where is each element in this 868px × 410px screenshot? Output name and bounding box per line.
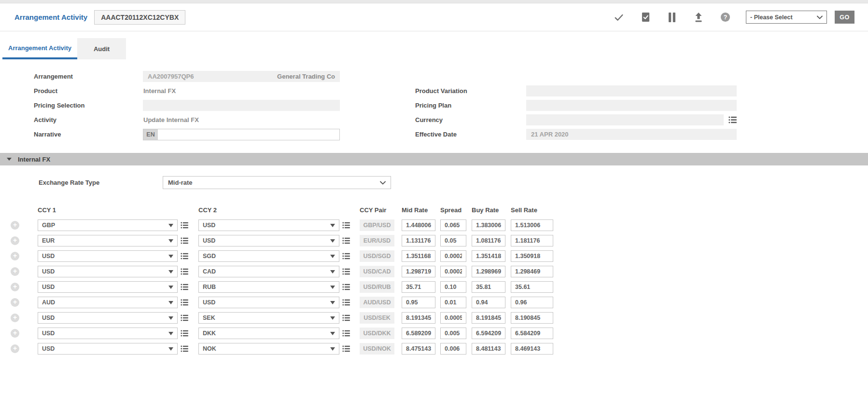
add-row-icon[interactable]: + <box>11 283 19 291</box>
sell-rate-input[interactable] <box>511 235 553 246</box>
ccy1-select[interactable]: USD <box>38 281 178 293</box>
sell-rate-input[interactable] <box>511 250 553 262</box>
sign-off-document-icon[interactable] <box>640 12 651 23</box>
ccy2-lookup-list-icon[interactable] <box>342 330 350 337</box>
spread-input[interactable] <box>440 281 466 293</box>
commit-check-icon[interactable] <box>613 12 625 23</box>
upload-icon[interactable] <box>693 12 704 23</box>
mid-rate-input[interactable] <box>402 250 435 262</box>
buy-rate-input[interactable] <box>472 219 505 231</box>
ccy1-lookup-list-icon[interactable] <box>181 314 188 321</box>
ccy2-lookup-list-icon[interactable] <box>342 299 350 306</box>
add-row-icon[interactable]: + <box>11 252 19 260</box>
ccy2-select[interactable]: USD <box>198 235 339 246</box>
mid-rate-input[interactable] <box>402 266 435 277</box>
ccy2-select[interactable]: NOK <box>198 343 339 355</box>
mid-rate-input[interactable] <box>402 312 435 324</box>
spread-input[interactable] <box>440 297 466 308</box>
ccy1-lookup-list-icon[interactable] <box>181 222 188 229</box>
exchange-rate-type-select[interactable]: Mid-rate <box>163 176 391 189</box>
add-row-icon[interactable]: + <box>11 329 19 338</box>
spread-input[interactable] <box>440 266 466 277</box>
ccy1-select[interactable]: USD <box>38 312 178 324</box>
ccy1-lookup-list-icon[interactable] <box>181 237 188 244</box>
ccy2-select[interactable]: SGD <box>198 250 339 262</box>
tab-bar: Arrangement Activity Audit <box>0 38 868 59</box>
ccy2-lookup-list-icon[interactable] <box>342 345 350 352</box>
sell-rate-input[interactable] <box>511 219 553 231</box>
currency-lookup-list-icon[interactable] <box>728 116 737 123</box>
ccy1-lookup-list-icon[interactable] <box>181 268 188 275</box>
add-row-icon[interactable]: + <box>11 314 19 322</box>
ccy2-lookup-list-icon[interactable] <box>342 268 350 275</box>
ccy2-lookup-list-icon[interactable] <box>342 237 350 244</box>
mid-rate-input[interactable] <box>402 343 435 355</box>
ccy2-lookup-list-icon[interactable] <box>342 253 350 260</box>
ccy2-select[interactable]: CAD <box>198 266 339 277</box>
spread-input[interactable] <box>440 219 466 231</box>
tab-arrangement-activity[interactable]: Arrangement Activity <box>2 38 77 59</box>
sell-rate-input[interactable] <box>511 266 553 277</box>
mid-rate-input[interactable] <box>402 281 435 293</box>
sell-rate-input[interactable] <box>511 281 553 293</box>
buy-rate-input[interactable] <box>472 250 505 262</box>
ccy2-select[interactable]: RUB <box>198 281 339 293</box>
ccy1-select[interactable]: AUD <box>38 297 178 308</box>
go-button[interactable]: GO <box>835 11 854 24</box>
dropdown-triangle-icon <box>330 316 335 320</box>
ccy2-lookup-list-icon[interactable] <box>342 222 350 229</box>
buy-rate-input[interactable] <box>472 266 505 277</box>
sell-rate-input[interactable] <box>511 343 553 355</box>
mid-rate-input[interactable] <box>402 297 435 308</box>
ccy1-select[interactable]: USD <box>38 343 178 355</box>
ccy1-lookup-list-icon[interactable] <box>181 345 188 352</box>
spread-input[interactable] <box>440 250 466 262</box>
ccy2-select[interactable]: DKK <box>198 328 339 339</box>
mid-rate-input[interactable] <box>402 235 435 246</box>
buy-rate-input[interactable] <box>472 281 505 293</box>
add-row-icon[interactable]: + <box>11 221 19 230</box>
ccy2-select[interactable]: USD <box>198 297 339 308</box>
hold-pause-icon[interactable] <box>666 12 678 23</box>
mid-rate-input[interactable] <box>402 219 435 231</box>
ccy2-lookup-list-icon[interactable] <box>342 314 350 321</box>
spread-input[interactable] <box>440 328 466 339</box>
add-row-icon[interactable]: + <box>11 344 19 353</box>
add-row-icon[interactable]: + <box>11 267 19 276</box>
sell-rate-input[interactable] <box>511 328 553 339</box>
spread-input[interactable] <box>440 312 466 324</box>
ccy2-lookup-list-icon[interactable] <box>342 284 350 290</box>
tab-audit[interactable]: Audit <box>77 38 126 59</box>
internal-fx-section-header[interactable]: Internal FX <box>0 153 868 165</box>
buy-rate-input[interactable] <box>472 297 505 308</box>
ccy1-select[interactable]: USD <box>38 328 178 339</box>
narrative-input[interactable] <box>158 129 339 140</box>
add-row-icon[interactable]: + <box>11 298 19 307</box>
buy-rate-input[interactable] <box>472 235 505 246</box>
sell-rate-input[interactable] <box>511 297 553 308</box>
more-actions-select[interactable]: - Please Select <box>746 11 827 24</box>
buy-rate-input[interactable] <box>472 312 505 324</box>
buy-rate-input[interactable] <box>472 343 505 355</box>
ccy1-lookup-list-icon[interactable] <box>181 299 188 306</box>
product-label: Product <box>34 87 143 95</box>
section-title: Internal FX <box>18 156 50 163</box>
ccy1-lookup-list-icon[interactable] <box>181 284 188 290</box>
ccy1-value: GBP <box>42 222 168 229</box>
ccy1-lookup-list-icon[interactable] <box>181 330 188 337</box>
dropdown-triangle-icon <box>330 286 335 289</box>
ccy2-select[interactable]: USD <box>198 219 339 231</box>
sell-rate-input[interactable] <box>511 312 553 324</box>
help-icon[interactable]: ? <box>719 12 731 23</box>
mid-rate-input[interactable] <box>402 328 435 339</box>
ccy2-select[interactable]: SEK <box>198 312 339 324</box>
ccy1-select[interactable]: EUR <box>38 235 178 246</box>
ccy1-select[interactable]: USD <box>38 250 178 262</box>
ccy1-lookup-list-icon[interactable] <box>181 253 188 260</box>
spread-input[interactable] <box>440 343 466 355</box>
ccy1-select[interactable]: GBP <box>38 219 178 231</box>
spread-input[interactable] <box>440 235 466 246</box>
ccy1-select[interactable]: USD <box>38 266 178 277</box>
buy-rate-input[interactable] <box>472 328 505 339</box>
add-row-icon[interactable]: + <box>11 236 19 245</box>
